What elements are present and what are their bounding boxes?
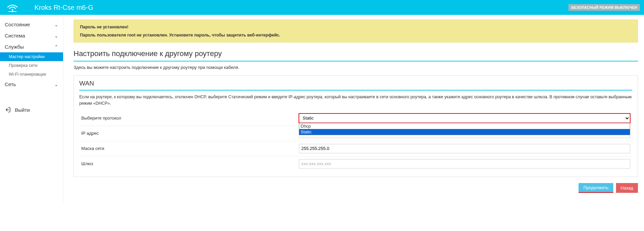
protocol-control: Static Dhcp Static	[299, 113, 630, 123]
panel-underline	[79, 90, 632, 91]
chevron-down-icon: ⌄	[54, 82, 58, 87]
section-desc: Здесь вы можете настроить подключение к …	[74, 65, 638, 70]
sidebar: Состояние ⌄ Система ⌄ Службы ⌃ Мастер на…	[0, 15, 63, 203]
footer-buttons: Продолжить Назад	[74, 183, 638, 193]
nav-item-system[interactable]: Система ⌄	[0, 30, 63, 41]
section-title: Настроить подключение к другому роутеру	[74, 49, 638, 58]
nav-item-status[interactable]: Состояние ⌄	[0, 19, 63, 30]
security-mode-badge: БЕЗОПАСНЫЙ РЕЖИМ ВЫКЛЮЧЕН	[568, 4, 640, 11]
label-ip: IP адрес	[81, 131, 299, 136]
nav-label: Службы	[5, 44, 24, 50]
alert-body: Пароль пользователя root не установлен. …	[80, 33, 632, 37]
nav-sub-setup-wizard[interactable]: Мастер настройки	[0, 52, 63, 61]
protocol-option-dhcp[interactable]: Dhcp	[299, 123, 630, 129]
nav-sub-label: Wi-Fi планировщик	[9, 72, 46, 77]
label-protocol: Выберите протокол	[81, 116, 299, 121]
mask-input[interactable]	[299, 144, 630, 153]
svg-point-0	[12, 9, 13, 10]
nav-exit-label: Выйти	[15, 107, 30, 113]
main-content: Пароль не установлен! Пароль пользовател…	[63, 15, 644, 203]
row-protocol: Выберите протокол Static Dhcp Static	[79, 111, 632, 126]
nav-label: Состояние	[5, 22, 30, 27]
label-gateway: Шлюз	[81, 161, 299, 166]
label-mask: Маска сети	[81, 146, 299, 151]
app-title: Kroks Rt-Cse m6-G	[34, 4, 93, 11]
app-header: Kroks Rt-Cse m6-G БЕЗОПАСНЫЙ РЕЖИМ ВЫКЛЮ…	[0, 0, 644, 15]
chevron-up-icon: ⌃	[54, 44, 58, 50]
nav-item-network[interactable]: Сеть ⌄	[0, 79, 63, 90]
chevron-down-icon: ⌄	[54, 33, 58, 38]
alert-title: Пароль не установлен!	[80, 25, 632, 29]
password-alert: Пароль не установлен! Пароль пользовател…	[74, 20, 638, 43]
brand-logo	[4, 0, 21, 15]
wifi-logo-icon	[6, 2, 19, 12]
row-mask: Маска сети	[79, 141, 632, 156]
title-underline	[74, 61, 638, 61]
protocol-select[interactable]: Static	[299, 113, 630, 123]
wan-panel: WAN Если на роутере, к которому вы подкл…	[74, 75, 638, 177]
chevron-down-icon: ⌄	[54, 22, 58, 27]
gateway-input[interactable]	[299, 159, 630, 169]
protocol-dropdown-list: Dhcp Static	[299, 123, 630, 135]
protocol-option-static[interactable]: Static	[299, 129, 630, 135]
exit-icon	[5, 107, 11, 113]
panel-title: WAN	[79, 80, 632, 87]
panel-desc: Если на роутере, к которому вы подключае…	[79, 94, 632, 107]
back-button[interactable]: Назад	[616, 183, 638, 193]
mask-control	[299, 144, 630, 153]
nav-label: Сеть	[5, 81, 16, 87]
nav-sub-wifi-scheduler[interactable]: Wi-Fi планировщик	[0, 70, 63, 79]
nav-item-services[interactable]: Службы ⌃	[0, 41, 63, 52]
row-gateway: Шлюз	[79, 156, 632, 171]
nav-label: Система	[5, 33, 25, 38]
nav-sub-label: Мастер настройки	[9, 54, 45, 59]
gateway-control	[299, 159, 630, 169]
nav-sub-network-check[interactable]: Проверка сети	[0, 61, 63, 70]
nav-sub-label: Проверка сети	[9, 63, 37, 68]
nav-exit[interactable]: Выйти	[0, 103, 63, 116]
continue-button[interactable]: Продолжить	[579, 183, 613, 193]
svg-point-2	[12, 11, 13, 12]
